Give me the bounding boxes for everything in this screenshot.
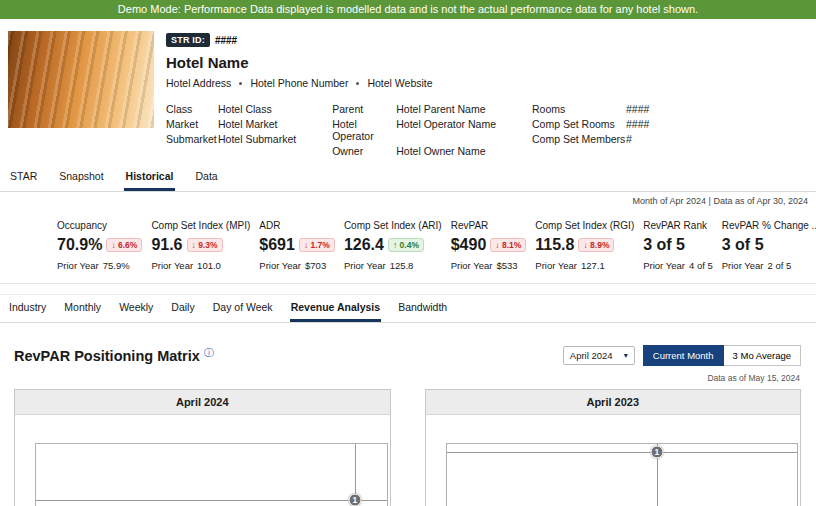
change-badge-down: ↓ 8.9% (578, 238, 614, 252)
tab-historical[interactable]: Historical (124, 165, 176, 191)
down-arrow-icon: ↓ (583, 240, 587, 250)
kpi-prior: Prior Year127.1 (535, 260, 634, 271)
detail-label: Submarket (166, 133, 218, 145)
down-arrow-icon: ↓ (304, 240, 308, 250)
detail-label: Rooms (532, 103, 626, 115)
tab-star[interactable]: STAR (8, 165, 39, 191)
detail-label: Market (166, 118, 218, 130)
kpi-revpar-pct-change-rank: RevPAR % Change ... 3 of 5 Prior Year2 o… (722, 220, 816, 271)
down-arrow-icon: ↓ (192, 240, 196, 250)
tab-bandwidth[interactable]: Bandwidth (397, 295, 448, 322)
demo-mode-banner-text: Demo Mode: Performance Data displayed is… (118, 3, 698, 15)
str-id-badge: STR ID: (166, 33, 210, 47)
current-month-button[interactable]: Current Month (643, 345, 724, 366)
kpi-comp-set-index-rgi: Comp Set Index (RGI) 115.8 ↓ 8.9% Prior … (535, 220, 634, 271)
chevron-down-icon: ▾ (624, 351, 628, 360)
primary-tab-bar: STAR Snapshot Historical Data (0, 165, 816, 192)
month-select[interactable]: April 2024 ▾ (563, 346, 635, 365)
detail-value: Hotel Class (218, 103, 272, 115)
bullet-separator (356, 82, 359, 85)
change-badge-up: ↑ 0.4% (388, 238, 424, 252)
hotel-website-link[interactable]: Hotel Website (367, 77, 432, 89)
detail-value: Hotel Market (218, 118, 278, 130)
change-percent: 8.9% (590, 240, 609, 250)
kpi-row: Occupancy 70.9% ↓ 6.6% Prior Year75.9% C… (0, 212, 816, 284)
change-badge-down: ↓ 9.3% (187, 238, 223, 252)
month-select-value: April 2024 (570, 350, 613, 361)
hotel-name: Hotel Name (166, 54, 649, 71)
detail-value: #### (626, 103, 649, 115)
detail-label: Parent (332, 103, 396, 115)
tab-daily[interactable]: Daily (170, 295, 195, 322)
change-percent: 1.7% (311, 240, 330, 250)
details-column-class: ClassHotel Class MarketHotel Market Subm… (166, 103, 296, 157)
chart-panel-april-2023: April 2023 XX 12 (425, 389, 802, 506)
tab-weekly[interactable]: Weekly (118, 295, 154, 322)
hotel-details-grid: ClassHotel Class MarketHotel Market Subm… (166, 103, 649, 157)
kpi-adr: ADR $691 ↓ 1.7% Prior Year$703 (259, 220, 335, 271)
hotel-photo (8, 31, 154, 128)
three-mo-average-button[interactable]: 3 Mo Average (724, 345, 801, 366)
kpi-label: Comp Set Index (MPI) (151, 220, 250, 231)
data-point-1[interactable]: 1 (650, 445, 663, 458)
chart-body: XX 12 (15, 415, 390, 506)
hotel-header: STR ID: #### Hotel Name Hotel Address Ho… (0, 19, 816, 165)
kpi-prior: Prior Year101.0 (151, 260, 250, 271)
up-arrow-icon: ↑ (393, 240, 397, 250)
chart-title: April 2023 (426, 390, 801, 415)
kpi-prior: Prior Year2 of 5 (722, 260, 816, 271)
tab-revenue-analysis[interactable]: Revenue Analysis (290, 295, 382, 322)
tab-monthly[interactable]: Monthly (63, 295, 102, 322)
details-column-ownership: ParentHotel Parent Name Hotel OperatorHo… (332, 103, 496, 157)
kpi-value: $691 (259, 236, 295, 254)
kpi-value: 91.6 (151, 236, 182, 254)
kpi-comp-set-index-mpi: Comp Set Index (MPI) 91.6 ↓ 9.3% Prior Y… (151, 220, 250, 271)
info-icon[interactable]: ⓘ (204, 348, 214, 358)
detail-value: Hotel Parent Name (396, 103, 485, 115)
kpi-prior: Prior Year$533 (451, 260, 527, 271)
kpi-value: 115.8 (535, 236, 574, 254)
change-badge-down: ↓ 1.7% (299, 238, 335, 252)
kpi-label: Comp Set Index (ARI) (344, 220, 442, 231)
tab-industry[interactable]: Industry (8, 295, 47, 322)
bullet-separator (239, 82, 242, 85)
kpi-value: 70.9% (57, 236, 102, 254)
detail-value: Hotel Owner Name (396, 145, 485, 157)
down-arrow-icon: ↓ (111, 240, 115, 250)
chart-body: XX 12 (426, 415, 801, 506)
change-percent: 9.3% (198, 240, 217, 250)
kpi-label: ADR (259, 220, 335, 231)
detail-label: Comp Set Members (532, 133, 626, 145)
kpi-revpar-rank: RevPAR Rank 3 of 5 Prior Year4 of 5 (643, 220, 713, 271)
plot-area: 12 (35, 443, 388, 506)
detail-label: Owner (332, 145, 396, 157)
kpi-value: 3 of 5 (722, 236, 764, 254)
change-badge-down: ↓ 8.1% (490, 238, 526, 252)
kpi-prior: Prior Year125.8 (344, 260, 442, 271)
kpi-label: Comp Set Index (RGI) (535, 220, 634, 231)
tab-day-of-week[interactable]: Day of Week (212, 295, 274, 322)
data-point-1[interactable]: 1 (348, 493, 361, 506)
tab-data[interactable]: Data (193, 165, 219, 191)
detail-label: Class (166, 103, 218, 115)
str-id-row: STR ID: #### (166, 33, 649, 47)
kpi-label: RevPAR (451, 220, 527, 231)
view-toggle: Current Month 3 Mo Average (643, 345, 801, 366)
kpi-label: Occupancy (57, 220, 142, 231)
crosshair-horizontal-line (36, 500, 387, 501)
down-arrow-icon: ↓ (495, 240, 499, 250)
kpi-label: RevPAR Rank (643, 220, 713, 231)
detail-label: Comp Set Rooms (532, 118, 626, 130)
matrix-header: RevPAR Positioning Matrix ⓘ April 2024 ▾… (0, 323, 816, 366)
kpi-value: $490 (451, 236, 487, 254)
kpi-label: RevPAR % Change ... (722, 220, 816, 231)
kpi-comp-set-index-ari: Comp Set Index (ARI) 126.4 ↑ 0.4% Prior … (344, 220, 442, 271)
kpi-prior: Prior Year75.9% (57, 260, 142, 271)
section-title: RevPAR Positioning Matrix (14, 348, 200, 364)
demo-mode-banner: Demo Mode: Performance Data displayed is… (0, 0, 816, 19)
tab-snapshot[interactable]: Snapshot (57, 165, 105, 191)
detail-value: Hotel Operator Name (396, 118, 496, 142)
change-percent: 8.1% (502, 240, 521, 250)
change-percent: 6.6% (118, 240, 137, 250)
kpi-value: 126.4 (344, 236, 384, 254)
